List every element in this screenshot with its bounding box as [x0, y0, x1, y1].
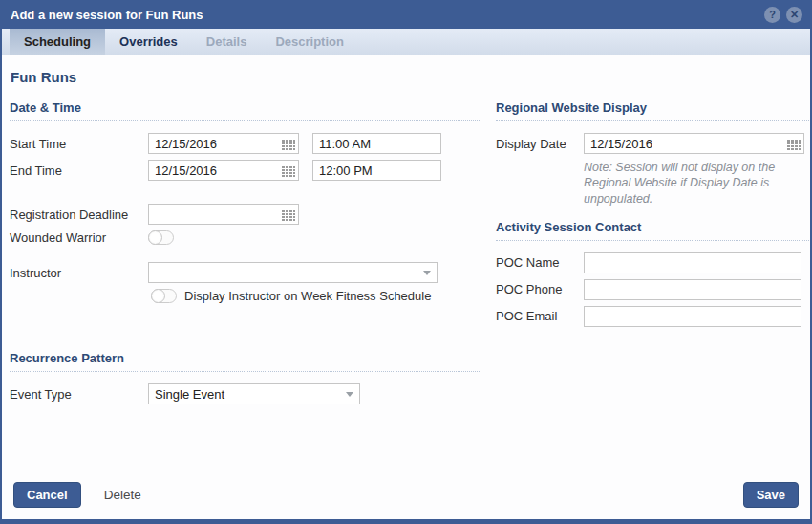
poc-email-label: POC Email	[496, 309, 584, 323]
calendar-icon[interactable]	[787, 138, 801, 149]
registration-deadline-row: Registration Deadline	[10, 204, 480, 225]
tab-overrides[interactable]: Overrides	[105, 29, 192, 55]
section-recurrence: Recurrence Pattern	[10, 351, 480, 372]
start-time-input[interactable]	[312, 133, 441, 154]
section-date-time: Date & Time	[10, 100, 480, 121]
tab-details: Details	[192, 29, 262, 55]
event-type-select[interactable]: Single Event	[148, 383, 360, 404]
wounded-warrior-label: Wounded Warrior	[10, 230, 148, 245]
dialog-titlebar: Add a new session for Fun Runs ? ✕	[2, 0, 810, 29]
start-date-input[interactable]	[148, 133, 299, 154]
end-date-input[interactable]	[148, 160, 299, 181]
tab-description: Description	[261, 29, 358, 55]
poc-email-input[interactable]	[584, 306, 801, 327]
save-button[interactable]: Save	[743, 482, 799, 508]
display-instructor-toggle[interactable]	[151, 289, 177, 303]
poc-phone-row: POC Phone	[496, 279, 810, 300]
instructor-select[interactable]	[148, 262, 438, 283]
help-icon[interactable]: ?	[764, 7, 780, 23]
registration-deadline-input[interactable]	[148, 204, 299, 225]
end-time-label: End Time	[10, 164, 148, 178]
display-instructor-row: Display Instructor on Week Fitness Sched…	[151, 289, 480, 303]
add-session-dialog: Add a new session for Fun Runs ? ✕ Sched…	[0, 0, 812, 524]
start-time-label: Start Time	[10, 137, 148, 151]
dialog-content: Fun Runs Date & Time Start Time End Time	[2, 55, 810, 477]
chevron-down-icon	[346, 392, 353, 397]
poc-phone-label: POC Phone	[496, 282, 584, 296]
display-date-note: Note: Session will not display on the Re…	[584, 160, 810, 207]
end-time-input[interactable]	[312, 160, 441, 181]
registration-deadline-label: Registration Deadline	[10, 207, 148, 222]
dialog-footer: Cancel Delete Save	[2, 477, 810, 519]
display-instructor-label: Display Instructor on Week Fitness Sched…	[184, 289, 431, 303]
tab-scheduling[interactable]: Scheduling	[10, 29, 105, 55]
display-date-input[interactable]	[584, 133, 804, 154]
start-time-row: Start Time	[10, 133, 480, 154]
section-activity-contact: Activity Session Contact	[496, 220, 810, 241]
poc-phone-input[interactable]	[584, 279, 801, 300]
poc-email-row: POC Email	[496, 306, 810, 327]
delete-button[interactable]: Delete	[104, 488, 141, 502]
page-title: Fun Runs	[11, 69, 801, 85]
event-type-row: Event Type Single Event	[10, 383, 480, 404]
section-regional-display: Regional Website Display	[496, 100, 810, 121]
chevron-down-icon	[423, 271, 431, 275]
poc-name-label: POC Name	[496, 255, 584, 270]
tab-bar: Scheduling Overrides Details Description	[2, 29, 810, 55]
poc-name-input[interactable]	[584, 252, 801, 273]
dialog-title: Add a new session for Fun Runs	[11, 8, 759, 22]
instructor-row: Instructor	[10, 262, 480, 283]
event-type-label: Event Type	[10, 387, 148, 402]
cancel-button[interactable]: Cancel	[13, 482, 81, 508]
event-type-selected-value: Single Event	[155, 387, 346, 402]
calendar-icon[interactable]	[282, 164, 295, 176]
calendar-icon[interactable]	[282, 208, 295, 220]
display-date-row: Display Date	[496, 133, 810, 154]
left-column: Date & Time Start Time End Time	[10, 100, 480, 410]
wounded-warrior-toggle[interactable]	[148, 230, 174, 245]
wounded-warrior-row: Wounded Warrior	[10, 230, 480, 245]
poc-name-row: POC Name	[496, 252, 810, 273]
close-icon[interactable]: ✕	[786, 7, 802, 23]
calendar-icon[interactable]	[282, 138, 295, 149]
right-column: Regional Website Display Display Date No…	[480, 100, 810, 410]
instructor-label: Instructor	[10, 266, 148, 280]
display-date-label: Display Date	[496, 137, 584, 151]
end-time-row: End Time	[10, 160, 480, 181]
